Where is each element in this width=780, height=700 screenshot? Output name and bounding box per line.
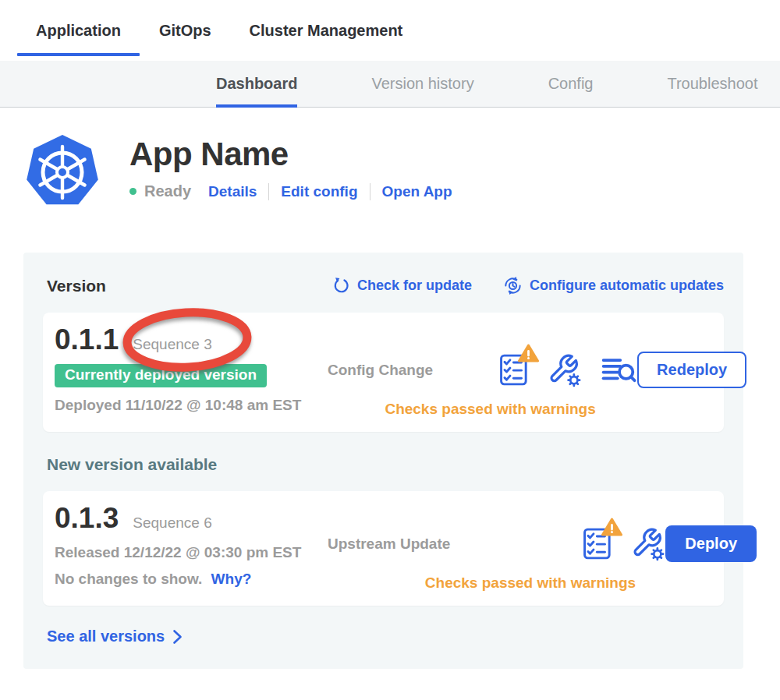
view-diff-icon[interactable] — [601, 355, 637, 385]
current-version-number: 0.1.1 — [55, 323, 119, 356]
edit-config-wrench-icon[interactable] — [548, 353, 582, 387]
warning-triangle-icon — [601, 518, 622, 539]
details-link[interactable]: Details — [208, 183, 257, 200]
tab-dashboard[interactable]: Dashboard — [216, 61, 297, 107]
deploy-button[interactable]: Deploy — [665, 525, 757, 562]
see-all-versions-link[interactable]: See all versions — [47, 628, 724, 645]
status-dot — [129, 188, 136, 195]
no-changes-text: No changes to show. — [55, 571, 202, 587]
divider — [370, 183, 370, 200]
edit-config-link[interactable]: Edit config — [281, 183, 357, 200]
auto-update-clock-icon — [503, 276, 523, 295]
divider — [268, 183, 269, 200]
tab-application[interactable]: Application — [36, 0, 121, 61]
tab-config[interactable]: Config — [548, 61, 594, 107]
version-section-title: Version — [47, 277, 106, 295]
current-version-card: 0.1.1 Sequence 3 Currently deployed vers… — [43, 313, 724, 432]
current-version-sequence: Sequence 3 — [133, 336, 211, 353]
version-source-label: Config Change — [328, 362, 433, 379]
redeploy-button[interactable]: Redeploy — [637, 352, 746, 388]
status-badge: Ready — [144, 182, 191, 200]
tab-cluster-management[interactable]: Cluster Management — [250, 0, 403, 61]
version-section: Version Check for update — [23, 253, 743, 669]
deployed-timestamp: Deployed 11/10/22 @ 10:48 am EST — [55, 397, 328, 414]
currently-deployed-badge: Currently deployed version — [55, 364, 267, 387]
available-version-sequence: Sequence 6 — [133, 514, 211, 532]
warning-triangle-icon — [518, 344, 539, 366]
open-app-link[interactable]: Open App — [382, 183, 452, 200]
configure-automatic-updates-link[interactable]: Configure automatic updates — [503, 276, 724, 295]
app-header: App Name Ready Details Edit config Open … — [0, 108, 780, 217]
preflight-checks-status: Checks passed with warnings — [328, 574, 757, 592]
edit-config-wrench-icon[interactable] — [631, 527, 665, 561]
chevron-right-icon — [172, 629, 183, 645]
page-title: App Name — [129, 136, 452, 173]
top-nav: Application GitOps Cluster Management — [0, 0, 780, 61]
why-link[interactable]: Why? — [211, 571, 252, 587]
available-version-number: 0.1.3 — [55, 502, 119, 535]
app-sub-nav: Dashboard Version history Config Trouble… — [0, 61, 780, 108]
tab-troubleshoot[interactable]: Troubleshoot — [667, 61, 757, 107]
new-version-available-heading: New version available — [47, 455, 724, 474]
version-source-label: Upstream Update — [328, 536, 450, 553]
refresh-icon — [332, 277, 350, 295]
preflight-checks-status: Checks passed with warnings — [328, 401, 746, 418]
kubernetes-logo-icon — [25, 133, 100, 217]
preflight-checks-icon[interactable] — [583, 527, 612, 560]
available-version-card: 0.1.3 Sequence 6 Released 12/12/22 @ 03:… — [43, 491, 724, 606]
tab-gitops[interactable]: GitOps — [159, 0, 211, 61]
tab-version-history[interactable]: Version history — [371, 61, 473, 107]
check-for-update-link[interactable]: Check for update — [332, 276, 472, 295]
preflight-checks-icon[interactable] — [499, 353, 529, 387]
released-timestamp: Released 12/12/22 @ 03:30 pm EST — [55, 544, 328, 561]
